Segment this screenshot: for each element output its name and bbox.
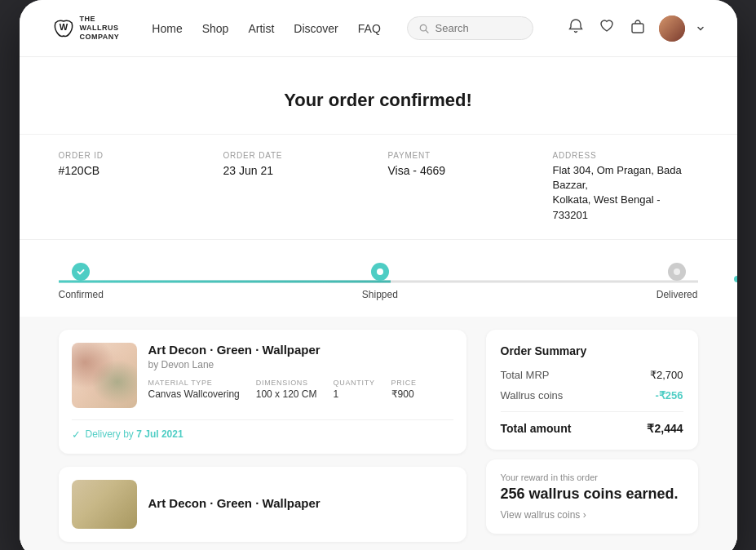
step-label-delivered: Delivered — [657, 289, 698, 300]
rewards-value: 256 wallrus coins earned. — [501, 486, 683, 503]
mrp-label: Total MRP — [501, 369, 550, 381]
step-circle-shipped — [371, 263, 389, 281]
nav-shop[interactable]: Shop — [202, 22, 229, 35]
order-address-label: ADDRESS — [553, 151, 698, 160]
summary-total-row: Total amount ₹2,444 — [501, 422, 683, 435]
order-payment-item: PAYMENT Visa - 4669 — [388, 151, 553, 223]
progress-section: Confirmed Shipped Delivered — [20, 240, 737, 317]
dimensions-value: 100 x 120 CM — [256, 388, 317, 400]
order-address-value: Flat 304, Om Pragan, Bada Bazzar, Kolkat… — [553, 163, 698, 223]
summary-coins-row: Wallrus coins -₹256 — [501, 389, 683, 401]
search-bar[interactable] — [407, 16, 533, 40]
nav-faq[interactable]: FAQ — [358, 22, 381, 35]
order-id-item: ORDER ID #120CB — [59, 151, 223, 223]
svg-line-2 — [426, 30, 428, 33]
progress-line-fill — [59, 280, 391, 282]
summary-mrp-row: Total MRP ₹2,700 — [501, 369, 683, 381]
nav-links: Home Shop Artist Discover FAQ — [152, 22, 380, 35]
price-label: PRICE — [391, 379, 417, 387]
order-meta: ORDER ID #120CB ORDER DATE 23 Jun 21 PAY… — [20, 134, 737, 240]
notification-button[interactable] — [566, 16, 586, 40]
product-info-1: Art Decon · Green · Wallpaper by Devon L… — [148, 343, 453, 408]
step-circle-delivered — [668, 263, 686, 281]
page-title: Your order confirmed! — [20, 90, 737, 111]
nav-discover[interactable]: Discover — [294, 22, 338, 35]
material-label: MATERIAL TYPE — [148, 379, 240, 387]
delivery-badge: ✓ Delivery by 7 Jul 2021 — [72, 419, 453, 441]
total-label: Total amount — [501, 422, 572, 435]
order-address-item: ADDRESS Flat 304, Om Pragan, Bada Bazzar… — [553, 151, 698, 223]
wallpaper-pattern-2 — [72, 480, 137, 529]
quantity-label: QUANTITY — [333, 379, 374, 387]
wallpaper-pattern-1 — [72, 343, 137, 408]
delivery-text: Delivery by 7 Jul 2021 — [86, 428, 183, 440]
rewards-box: Your reward in this order 256 wallrus co… — [486, 459, 698, 534]
order-card-2: Art Decon · Green · Wallpaper — [59, 467, 466, 542]
svg-text:W: W — [59, 22, 68, 32]
side-indicator-dot — [734, 276, 737, 282]
coins-label: Wallrus coins — [501, 389, 564, 401]
summary-col: Order Summary Total MRP ₹2,700 Wallrus c… — [486, 330, 698, 534]
product-thumbnail-2 — [72, 480, 137, 529]
dimensions-label: DIMENSIONS — [256, 379, 317, 387]
bell-icon — [568, 18, 584, 34]
quantity-value: 1 — [333, 388, 374, 400]
order-payment-value: Visa - 4669 — [388, 163, 533, 180]
order-date-item: ORDER DATE 23 Jun 21 — [223, 151, 388, 223]
svg-rect-3 — [632, 24, 643, 33]
dimensions-group: DIMENSIONS 100 x 120 CM — [256, 379, 317, 400]
quantity-group: QUANTITY 1 — [333, 379, 374, 400]
search-input[interactable] — [435, 22, 521, 34]
progress-track: Confirmed Shipped Delivered — [59, 263, 698, 300]
logo-icon: W — [52, 16, 75, 39]
nav-home[interactable]: Home — [152, 22, 182, 35]
step-label-confirmed: Confirmed — [59, 289, 104, 300]
price-group: PRICE ₹900 — [391, 379, 417, 400]
two-col-layout: Art Decon · Green · Wallpaper by Devon L… — [20, 317, 737, 550]
summary-divider — [501, 411, 683, 412]
product-title-1: Art Decon · Green · Wallpaper — [148, 343, 453, 357]
logo[interactable]: W THE WALLRUS COMPANY — [52, 15, 120, 41]
check-icon: ✓ — [72, 428, 81, 441]
product-thumbnail-1 — [72, 343, 137, 408]
total-value: ₹2,444 — [647, 422, 683, 435]
order-id-label: ORDER ID — [59, 151, 204, 160]
nav-artist[interactable]: Artist — [248, 22, 274, 35]
heart-icon — [599, 18, 615, 34]
order-confirmed-header: Your order confirmed! — [20, 57, 737, 134]
order-date-value: 23 Jun 21 — [223, 163, 369, 180]
step-circle-confirmed — [72, 263, 90, 281]
navbar: W THE WALLRUS COMPANY Home Shop Artist D… — [20, 0, 737, 57]
step-label-shipped: Shipped — [362, 289, 398, 300]
price-value: ₹900 — [391, 388, 417, 400]
order-id-value: #120CB — [59, 163, 204, 180]
product-details-1: MATERIAL TYPE Canvas Wallcovering DIMENS… — [148, 379, 453, 400]
view-wallrus-coins-link[interactable]: View wallrus coins › — [501, 509, 683, 521]
wishlist-button[interactable] — [597, 16, 617, 40]
material-value: Canvas Wallcovering — [148, 388, 240, 400]
summary-title: Order Summary — [501, 344, 683, 357]
brand-name: THE WALLRUS COMPANY — [80, 15, 120, 41]
order-payment-label: PAYMENT — [388, 151, 533, 160]
step-delivered: Delivered — [657, 263, 698, 300]
coins-value: -₹256 — [655, 389, 683, 401]
mrp-value: ₹2,700 — [650, 369, 683, 381]
cart-button[interactable] — [628, 16, 648, 40]
product-author-1: by Devon Lane — [148, 359, 453, 370]
avatar[interactable] — [659, 16, 685, 42]
step-confirmed: Confirmed — [59, 263, 104, 300]
material-group: MATERIAL TYPE Canvas Wallcovering — [148, 379, 240, 400]
avatar-image — [659, 16, 685, 42]
search-icon — [419, 23, 429, 34]
rewards-subtitle: Your reward in this order — [501, 472, 683, 482]
nav-icons — [566, 16, 705, 42]
order-card-top: Art Decon · Green · Wallpaper by Devon L… — [72, 343, 453, 408]
step-shipped: Shipped — [362, 263, 398, 300]
bag-icon — [630, 18, 646, 34]
main-content: Your order confirmed! ORDER ID #120CB OR… — [20, 57, 737, 550]
order-summary-box: Order Summary Total MRP ₹2,700 Wallrus c… — [486, 330, 698, 450]
chevron-down-icon — [696, 24, 705, 33]
order-date-label: ORDER DATE — [223, 151, 369, 160]
orders-col: Art Decon · Green · Wallpaper by Devon L… — [59, 330, 466, 542]
product-title-2: Art Decon · Green · Wallpaper — [148, 496, 321, 510]
